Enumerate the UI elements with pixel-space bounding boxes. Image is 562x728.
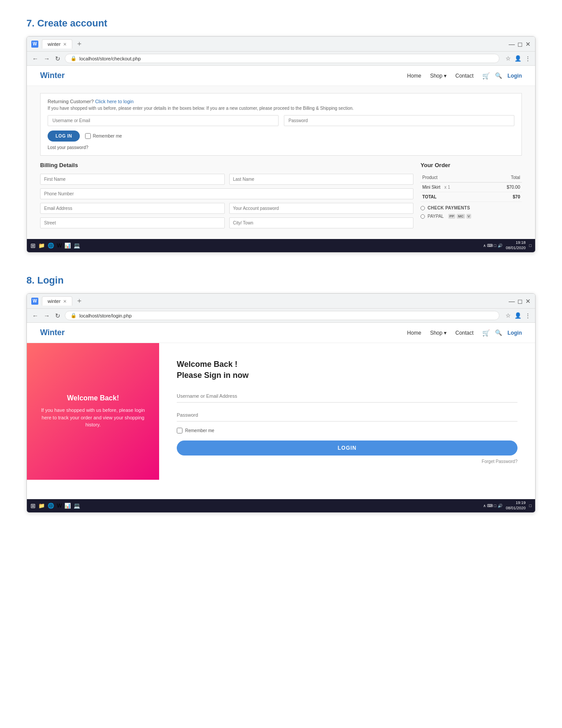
check-payments-label-7: CHECK PAYMENTS: [428, 205, 470, 210]
taskbar-icon-5-8[interactable]: 💻: [74, 503, 80, 509]
check-payments-radio-7[interactable]: [421, 206, 425, 210]
reload-btn-7[interactable]: ↻: [54, 55, 61, 62]
login-fields-7: [48, 115, 514, 126]
taskbar-icon-5-7[interactable]: 💻: [74, 243, 80, 249]
paypal-radio-7[interactable]: [421, 214, 425, 219]
taskbar-icon-1-8[interactable]: 📁: [38, 503, 45, 509]
check-payments-option-7: CHECK PAYMENTS: [421, 205, 522, 210]
phone-field-7[interactable]: [40, 188, 413, 199]
login-button-7[interactable]: LOG IN: [48, 131, 80, 142]
account-icon-7[interactable]: 👤: [514, 55, 521, 62]
billing-section-7: Billing Details: [40, 162, 413, 232]
login-password-field-8[interactable]: [177, 409, 517, 422]
new-tab-btn-8[interactable]: ＋: [76, 296, 83, 306]
address-bar-7[interactable]: 🔒 localhost/store/checkout.php: [65, 54, 499, 63]
close-btn-8[interactable]: ✕: [525, 298, 531, 305]
taskbar-notif-7[interactable]: □: [529, 243, 532, 248]
remember-checkbox-7[interactable]: [85, 133, 91, 139]
login-form-panel-8: Welcome Back ! Please Sign in now Rememb…: [159, 343, 535, 480]
minimize-btn-7[interactable]: —: [509, 41, 515, 48]
menu-icon-7[interactable]: ⋮: [525, 55, 531, 62]
taskbar-8: ⊞ 📁 🌐 W 📊 💻 ∧ ⌨ □ 🔊 19:19 08/01/2020 □: [27, 499, 535, 512]
back-btn-8[interactable]: ←: [31, 312, 39, 319]
nav-contact-8[interactable]: Contact: [455, 330, 473, 336]
star-icon-7[interactable]: ☆: [506, 55, 511, 62]
nav-home-8[interactable]: Home: [407, 330, 421, 336]
taskbar-icon-2-8[interactable]: 🌐: [48, 503, 54, 509]
total-value-7: $70: [486, 192, 522, 202]
forward-btn-7[interactable]: →: [43, 55, 51, 62]
forward-btn-8[interactable]: →: [43, 312, 51, 319]
nav-shop-7[interactable]: Shop ▾: [430, 73, 447, 79]
paypal-icon-3: V: [466, 214, 471, 219]
login-remember-8: Remember me: [177, 428, 517, 433]
account-icon-8[interactable]: 👤: [514, 312, 521, 319]
login-actions-7: LOG IN Remember me: [48, 131, 514, 142]
taskbar-right-7: ∧ ⌨ □ 🔊 19:18 08/01/2020 □: [483, 240, 532, 250]
tab-close-7[interactable]: ✕: [63, 42, 67, 47]
close-btn-7[interactable]: ✕: [525, 41, 531, 48]
taskbar-icon-4-8[interactable]: 📊: [64, 503, 71, 509]
star-icon-8[interactable]: ☆: [506, 312, 511, 319]
nav-login-btn-7[interactable]: Login: [507, 73, 522, 79]
restore-btn-7[interactable]: ◻: [517, 41, 523, 48]
forgot-password-link-8[interactable]: Forget Password?: [177, 459, 517, 464]
last-name-field-7[interactable]: [229, 174, 414, 185]
url-text-8: localhost/store/login.php: [79, 313, 132, 318]
email-field-7[interactable]: [40, 203, 225, 214]
taskbar-notif-8[interactable]: □: [529, 504, 532, 508]
first-name-field-7[interactable]: [40, 174, 225, 185]
order-summary-7: Your Order Product Total: [421, 162, 522, 232]
taskbar-icon-2-7[interactable]: 🌐: [48, 243, 54, 249]
start-icon-7[interactable]: ⊞: [30, 242, 36, 249]
page-content-7: Winter Home Shop ▾ Contact 🛒 🔍 Login Re: [27, 66, 535, 239]
tab-title-7: winter: [48, 41, 60, 47]
search-icon-8[interactable]: 🔍: [495, 329, 502, 336]
nav-contact-7[interactable]: Contact: [455, 73, 473, 79]
nav-home-7[interactable]: Home: [407, 73, 421, 79]
search-icon-7[interactable]: 🔍: [495, 72, 502, 79]
tab-close-8[interactable]: ✕: [63, 299, 67, 304]
minimize-btn-8[interactable]: —: [509, 298, 515, 305]
reload-btn-8[interactable]: ↻: [54, 312, 61, 319]
address-bar-8[interactable]: 🔒 localhost/store/login.php: [65, 311, 499, 320]
taskbar-icon-4-7[interactable]: 📊: [64, 243, 71, 249]
login-username-field-8[interactable]: [177, 390, 517, 403]
username-field-7[interactable]: [48, 115, 279, 126]
restore-btn-8[interactable]: ◻: [517, 298, 523, 305]
menu-icon-8[interactable]: ⋮: [525, 312, 531, 319]
new-tab-btn-7[interactable]: ＋: [76, 39, 83, 49]
address-bar-row-8: ← → ↻ 🔒 localhost/store/login.php ☆ 👤 ⋮: [27, 309, 535, 323]
order-item-row-7: Mini Skirt x 1 $70.00: [421, 183, 522, 192]
site-logo-8: Winter: [40, 328, 65, 337]
cart-icon-8[interactable]: 🛒: [482, 329, 490, 336]
account-password-field-7[interactable]: [229, 203, 414, 214]
browser-tab-7[interactable]: winter ✕: [42, 39, 72, 49]
lost-password-7[interactable]: Lost your password?: [48, 145, 514, 150]
taskbar-icon-3-7[interactable]: W: [57, 243, 62, 249]
login-remember-checkbox-8[interactable]: [177, 428, 182, 433]
taskbar-icon-3-8[interactable]: W: [57, 503, 62, 509]
password-field-7[interactable]: [284, 115, 515, 126]
cart-icon-7[interactable]: 🛒: [482, 72, 490, 79]
start-icon-8[interactable]: ⊞: [30, 502, 36, 509]
browser-tab-8[interactable]: winter ✕: [42, 296, 72, 306]
back-btn-7[interactable]: ←: [31, 55, 39, 62]
street-field-7[interactable]: [40, 217, 225, 228]
taskbar-time-7: 19:18 08/01/2020: [506, 240, 526, 250]
lock-icon-8: 🔒: [71, 313, 77, 318]
browser-chrome-7: W winter ✕ ＋ — ◻ ✕: [27, 37, 535, 52]
section-8-heading: 8. Login: [26, 275, 536, 286]
click-here-login-7[interactable]: Click here to login: [95, 99, 134, 104]
city-field-7[interactable]: [229, 217, 414, 228]
tab-title-8: winter: [48, 299, 60, 304]
returning-info-text-7: If you have shopped with us before, plea…: [48, 106, 514, 111]
nav-shop-8[interactable]: Shop ▾: [430, 330, 447, 336]
nav-login-btn-8[interactable]: Login: [507, 330, 522, 336]
site-navbar-8: Winter Home Shop ▾ Contact 🛒 🔍 Login: [27, 323, 535, 343]
login-submit-btn-8[interactable]: LOGIN: [177, 441, 517, 455]
taskbar-icon-1-7[interactable]: 📁: [38, 243, 45, 249]
paypal-icons-7: PP MC V: [448, 214, 471, 219]
site-nav-links-7: Home Shop ▾ Contact: [407, 73, 474, 79]
email-password-row-7: [40, 203, 413, 214]
